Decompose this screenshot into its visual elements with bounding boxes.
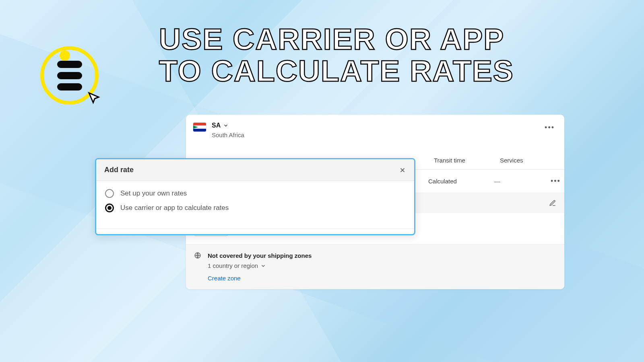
cell-services: — xyxy=(494,178,539,185)
row-actions-menu[interactable]: ••• xyxy=(548,175,560,187)
modal-title: Add rate xyxy=(104,166,134,174)
chevron-down-icon xyxy=(223,123,229,128)
col-transit-time: Transit time xyxy=(434,157,490,164)
zone-header: SA South Africa ••• xyxy=(186,115,564,148)
flag-icon xyxy=(193,123,206,132)
option-own-rates-label: Set up your own rates xyxy=(120,189,187,197)
add-rate-modal: Add rate Set up your own rates Use carri… xyxy=(95,158,415,235)
zone-actions-menu[interactable]: ••• xyxy=(542,122,557,134)
option-carrier-rates[interactable]: Use carrier or app to calculate rates xyxy=(105,204,405,212)
cursor-icon xyxy=(87,90,101,105)
chevron-down-icon xyxy=(260,263,266,269)
create-zone-link[interactable]: Create zone xyxy=(208,275,241,282)
close-icon[interactable] xyxy=(399,167,406,174)
region-count-toggle[interactable]: 1 country or region xyxy=(208,262,556,269)
page-headline: USE CARRIER OR APP TO CALCULATE RATES xyxy=(159,23,514,87)
headline-line-1: USE CARRIER OR APP xyxy=(159,23,514,55)
cell-transit: Calculated xyxy=(428,178,485,185)
brand-logo xyxy=(40,46,99,105)
modal-header: Add rate xyxy=(96,159,414,181)
radio-checked-icon xyxy=(105,204,114,212)
not-covered-title: Not covered by your shipping zones xyxy=(208,252,312,259)
zone-code: SA xyxy=(212,122,221,129)
pencil-icon[interactable] xyxy=(549,200,556,207)
radio-icon xyxy=(105,189,114,198)
globe-icon xyxy=(194,252,201,259)
zone-country-name: South Africa xyxy=(212,132,244,138)
option-own-rates[interactable]: Set up your own rates xyxy=(105,189,405,198)
option-carrier-rates-label: Use carrier or app to calculate rates xyxy=(120,204,229,212)
uncovered-zones-footer: Not covered by your shipping zones 1 cou… xyxy=(186,244,564,289)
region-count-text: 1 country or region xyxy=(208,262,258,269)
headline-line-2: TO CALCULATE RATES xyxy=(159,55,514,87)
col-services: Services xyxy=(500,157,556,164)
zone-name-toggle[interactable]: SA xyxy=(212,122,244,129)
